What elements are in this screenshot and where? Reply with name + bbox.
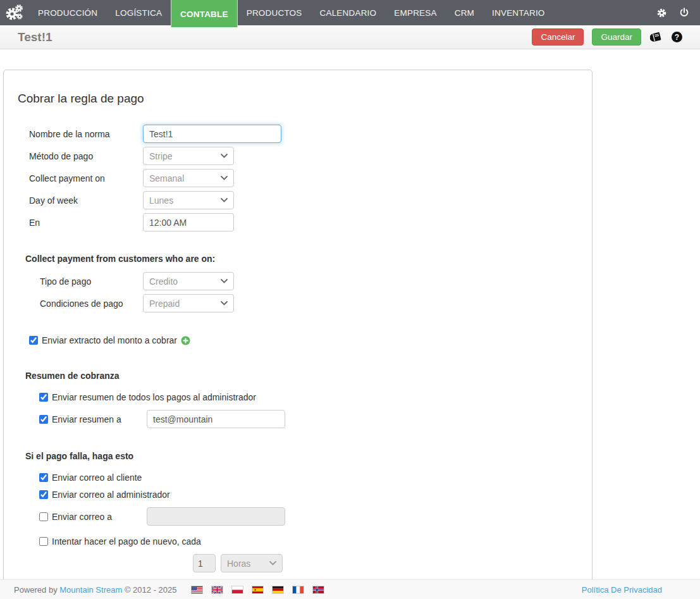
retry-row: Intentar hacer el pago de nuevo, cada: [39, 536, 582, 547]
email-admin-label: Enviar correo al administrador: [52, 490, 170, 500]
email-customer-row: Enviar correo al cliente: [39, 472, 582, 483]
page-title: Test!1: [18, 30, 52, 44]
payment-terms-row: Condiciones de pago Prepaid: [40, 294, 582, 312]
nav-item-productos[interactable]: PRODUCTOS: [238, 0, 311, 25]
help-icon[interactable]: ?: [672, 32, 682, 42]
retry-interval-input[interactable]: [193, 554, 216, 572]
payment-type-label: Tipo de pago: [40, 276, 143, 287]
retry-interval-row: Horas: [193, 554, 582, 572]
send-all-admin-row: Enviar resumen de todos los pagos al adm…: [39, 392, 582, 402]
customers-section-heading: Collect payment from customers who are o…: [25, 254, 582, 264]
cancel-button[interactable]: Cancelar: [532, 28, 584, 46]
summary-email-input[interactable]: [147, 410, 285, 428]
payment-terms-label: Condiciones de pago: [40, 299, 143, 309]
at-time-row: En: [29, 213, 582, 232]
chevron-down-icon: [269, 561, 276, 565]
chevron-down-icon: [221, 176, 228, 180]
send-statement-row: Enviar extracto del monto a cobrar: [29, 335, 582, 345]
save-button[interactable]: Guardar: [592, 28, 641, 46]
brand-link[interactable]: Mountain Stream: [59, 585, 122, 595]
nav-item-calendario[interactable]: CALENDARIO: [311, 0, 386, 25]
email-admin-row: Enviar correo al administrador: [39, 490, 582, 500]
form-title: Cobrar la regla de pago: [18, 92, 582, 106]
language-flags: [183, 586, 324, 594]
poland-flag-icon[interactable]: [231, 586, 243, 594]
payment-terms-select[interactable]: Prepaid: [143, 294, 234, 312]
power-icon[interactable]: [679, 7, 690, 18]
book-icon[interactable]: [649, 31, 663, 44]
nav-item-contable[interactable]: CONTABLE: [171, 0, 238, 27]
payment-rule-card: Cobrar la regla de pago Nombre de la nor…: [3, 70, 593, 587]
footer: Powered by Mountain Stream © 2012 - 2025: [0, 579, 700, 599]
chevron-down-icon: [221, 301, 228, 306]
nav-item-empresa[interactable]: EMPRESA: [385, 0, 445, 25]
payment-method-select[interactable]: Stripe: [143, 147, 234, 165]
email-to-label: Enviar correo a: [52, 512, 112, 522]
cogs-icon[interactable]: [0, 0, 29, 25]
rule-name-input[interactable]: [143, 125, 281, 143]
email-customer-label: Enviar correo al cliente: [52, 472, 142, 483]
france-flag-icon[interactable]: [292, 586, 304, 594]
chevron-down-icon: [221, 279, 228, 283]
top-navbar: PRODUCCIÓN LOGÍSTICA CONTABLE PRODUCTOS …: [0, 0, 700, 25]
privacy-policy-link[interactable]: Política De Privacidad: [582, 585, 662, 595]
us-flag-icon[interactable]: [191, 586, 203, 594]
day-of-week-select[interactable]: Lunes: [143, 191, 234, 209]
send-summary-to-checkbox[interactable]: [39, 415, 48, 424]
rule-name-row: Nombre de la norma: [29, 125, 582, 143]
collect-on-label: Collect payment on: [29, 173, 143, 183]
send-all-admin-checkbox[interactable]: [39, 393, 48, 402]
payment-type-row: Tipo de pago Credito: [40, 272, 582, 290]
failure-section-heading: Si el pago falla, haga esto: [25, 451, 582, 461]
retry-unit-select[interactable]: Horas: [221, 554, 283, 572]
chevron-down-icon: [221, 154, 228, 158]
page-header: Test!1 Cancelar Guardar ?: [0, 25, 700, 49]
gear-icon[interactable]: [656, 7, 667, 18]
nav-item-logistica[interactable]: LOGÍSTICA: [106, 0, 171, 25]
send-statement-checkbox[interactable]: [29, 336, 38, 345]
at-time-input[interactable]: [143, 213, 234, 232]
payment-method-label: Método de pago: [29, 151, 143, 161]
email-admin-checkbox[interactable]: [39, 490, 48, 499]
day-of-week-label: Day of week: [29, 195, 143, 206]
collect-on-row: Collect payment on Semanal: [29, 169, 582, 187]
email-to-checkbox[interactable]: [39, 512, 48, 521]
email-to-row: Enviar correo a: [39, 507, 582, 526]
send-summary-to-label: Enviar resumen a: [52, 414, 121, 424]
payment-type-select[interactable]: Credito: [143, 272, 234, 290]
retry-checkbox[interactable]: [39, 537, 48, 546]
spain-flag-icon[interactable]: [252, 586, 264, 594]
powered-by-text: Powered by: [14, 585, 58, 595]
nav-item-crm[interactable]: CRM: [446, 0, 483, 25]
at-time-label: En: [29, 218, 143, 228]
send-statement-label: Enviar extracto del monto a cobrar: [42, 335, 177, 345]
plus-circle-icon[interactable]: [181, 336, 190, 345]
chevron-down-icon: [221, 198, 228, 202]
day-of-week-row: Day of week Lunes: [29, 191, 582, 209]
send-all-admin-label: Enviar resumen de todos los pagos al adm…: [52, 392, 256, 402]
failure-email-input[interactable]: [147, 507, 285, 526]
send-summary-to-row: Enviar resumen a: [39, 410, 582, 428]
collect-on-select[interactable]: Semanal: [143, 169, 234, 187]
copyright-text: © 2012 - 2025: [125, 585, 177, 595]
email-customer-checkbox[interactable]: [39, 473, 48, 482]
nav-item-inventario[interactable]: INVENTARIO: [483, 0, 554, 25]
summary-section-heading: Resumen de cobranza: [25, 371, 582, 381]
nav-item-produccion[interactable]: PRODUCCIÓN: [29, 0, 106, 25]
payment-method-row: Método de pago Stripe: [29, 147, 582, 165]
germany-flag-icon[interactable]: [272, 586, 284, 594]
norway-flag-icon[interactable]: [312, 586, 324, 594]
rule-name-label: Nombre de la norma: [29, 129, 143, 139]
nav-menu: PRODUCCIÓN LOGÍSTICA CONTABLE PRODUCTOS …: [29, 0, 554, 25]
retry-label: Intentar hacer el pago de nuevo, cada: [52, 536, 201, 547]
uk-flag-icon[interactable]: [211, 586, 223, 594]
